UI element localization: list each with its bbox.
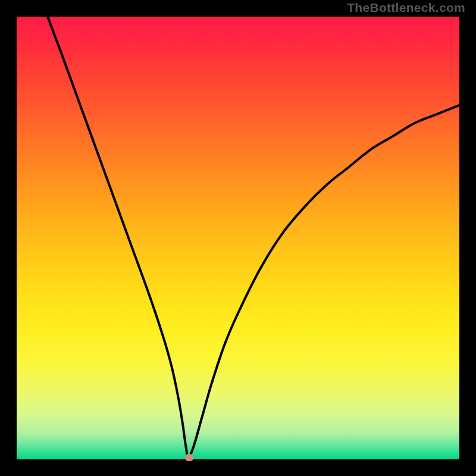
gradient-background [17, 17, 459, 459]
watermark-text: TheBottleneck.com [347, 1, 465, 15]
plot-area [17, 17, 459, 459]
chart-svg [17, 17, 459, 459]
chart-frame: TheBottleneck.com [0, 0, 476, 476]
